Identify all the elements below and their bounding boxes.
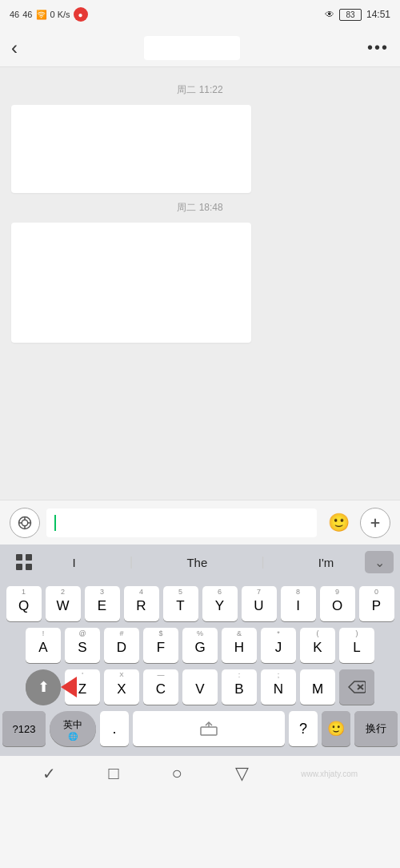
- key-O[interactable]: 9O: [320, 586, 355, 621]
- svg-rect-9: [26, 554, 32, 561]
- key-row-bottom: ?123 英中 🌐 . ? 🙂 换行: [2, 711, 398, 746]
- nav-bar: ✓ □ ○ ▽ www.xhjaty.com: [0, 756, 400, 791]
- autocomplete-bar: I | The | I'm ⌄: [0, 545, 400, 580]
- enter-key[interactable]: 换行: [354, 711, 398, 746]
- dot-key[interactable]: .: [100, 711, 129, 746]
- message-wrapper-1: [0, 105, 400, 193]
- key-X[interactable]: XX: [104, 669, 139, 705]
- key-T[interactable]: 5T: [163, 586, 198, 621]
- suggestion-1[interactable]: I: [65, 553, 84, 573]
- message-bubble-1: [11, 105, 251, 193]
- key-F[interactable]: $F: [143, 628, 178, 663]
- chat-area: 周二 11:22 周二 18:48: [0, 67, 400, 500]
- keyboard: 1Q 2W 3E 4R 5T 6Y 7U 8I 9O 0P !A @S #D $…: [0, 580, 400, 756]
- emoji-key[interactable]: 🙂: [322, 711, 350, 746]
- autocomplete-suggestions: I | The | I'm: [42, 545, 365, 580]
- timestamp-2: 周二 18:48: [0, 201, 400, 215]
- key-Y[interactable]: 6Y: [202, 586, 238, 621]
- key-L[interactable]: )L: [339, 628, 374, 663]
- key-V[interactable]: V: [182, 669, 218, 705]
- data-speed: 0 K/s: [50, 10, 70, 19]
- hide-suggestions-button[interactable]: ⌄: [365, 551, 394, 573]
- header-title: [144, 36, 240, 60]
- key-G[interactable]: %G: [182, 628, 218, 663]
- key-E[interactable]: 3E: [85, 586, 120, 621]
- key-row-numbers: 1Q 2W 3E 4R 5T 6Y 7U 8I 9O 0P: [2, 586, 398, 621]
- question-key[interactable]: ?: [289, 711, 318, 746]
- suggestion-3[interactable]: I'm: [310, 553, 342, 573]
- language-key[interactable]: 英中 🌐: [50, 711, 96, 746]
- key-I[interactable]: 8I: [281, 586, 316, 621]
- key-row-asdf: !A @S #D $F %G &H *J (K )L: [2, 628, 398, 663]
- key-C[interactable]: —C: [143, 669, 178, 705]
- key-K[interactable]: (K: [300, 628, 335, 663]
- status-right: 👁 83 14:51: [325, 9, 390, 21]
- message-input[interactable]: [46, 508, 317, 537]
- status-left: 46 46 🛜 0 K/s ●: [10, 7, 88, 22]
- chat-header: ‹ •••: [0, 29, 400, 67]
- key-U[interactable]: 7U: [242, 586, 277, 621]
- app-badge: ●: [74, 7, 88, 22]
- key-A[interactable]: !A: [26, 628, 61, 663]
- lang-label: 英中: [63, 718, 82, 732]
- key-H[interactable]: &H: [222, 628, 257, 663]
- svg-rect-10: [16, 564, 22, 570]
- watermark: www.xhjaty.com: [301, 770, 358, 778]
- backspace-key[interactable]: [339, 669, 374, 705]
- nav-square-icon[interactable]: □: [109, 763, 119, 784]
- key-W[interactable]: 2W: [46, 586, 81, 621]
- svg-point-1: [22, 520, 28, 526]
- num-switch-key[interactable]: ?123: [2, 711, 46, 746]
- input-bar: 🙂: [0, 500, 400, 545]
- key-J[interactable]: *J: [261, 628, 296, 663]
- time-display: 14:51: [366, 9, 390, 20]
- wifi-icon: 🛜: [36, 10, 47, 20]
- message-wrapper-2: [0, 223, 400, 343]
- key-S[interactable]: @S: [65, 628, 100, 663]
- key-N[interactable]: ;N: [261, 669, 296, 705]
- eye-icon: 👁: [325, 9, 334, 20]
- nav-triangle-icon[interactable]: ▽: [235, 763, 249, 784]
- key-B[interactable]: :B: [222, 669, 257, 705]
- more-button[interactable]: •••: [367, 38, 389, 57]
- nav-circle-icon[interactable]: ○: [172, 763, 182, 784]
- svg-rect-8: [16, 554, 22, 561]
- emoji-button[interactable]: 🙂: [323, 508, 354, 538]
- timestamp-1: 周二 11:22: [0, 83, 400, 97]
- red-arrow-indicator: [61, 677, 77, 697]
- add-button[interactable]: [360, 508, 390, 538]
- key-R[interactable]: 4R: [124, 586, 159, 621]
- signal-icon: 46: [10, 10, 19, 19]
- shift-icon: ⬆: [38, 678, 50, 696]
- shift-key[interactable]: ⬆: [26, 669, 61, 705]
- suggestion-2[interactable]: The: [178, 553, 215, 573]
- key-D[interactable]: #D: [104, 628, 139, 663]
- nav-check-icon[interactable]: ✓: [42, 764, 56, 783]
- globe-icon: 🌐: [68, 732, 78, 741]
- svg-rect-11: [26, 564, 32, 570]
- battery-indicator: 83: [339, 9, 362, 21]
- back-button[interactable]: ‹: [11, 37, 18, 59]
- signal-icon2: 46: [22, 10, 32, 19]
- key-row-zxc: ⬆ 'Z XX —C V :B ;N M: [2, 669, 398, 705]
- key-M[interactable]: M: [300, 669, 335, 705]
- space-key[interactable]: [133, 711, 285, 746]
- voice-button[interactable]: [10, 508, 40, 538]
- grid-icon[interactable]: [6, 545, 42, 580]
- key-P[interactable]: 0P: [359, 586, 394, 621]
- svg-rect-14: [201, 727, 217, 735]
- message-bubble-2: [11, 223, 251, 343]
- key-Q[interactable]: 1Q: [6, 586, 42, 621]
- status-bar: 46 46 🛜 0 K/s ● 👁 83 14:51: [0, 0, 400, 29]
- text-cursor: [54, 515, 56, 531]
